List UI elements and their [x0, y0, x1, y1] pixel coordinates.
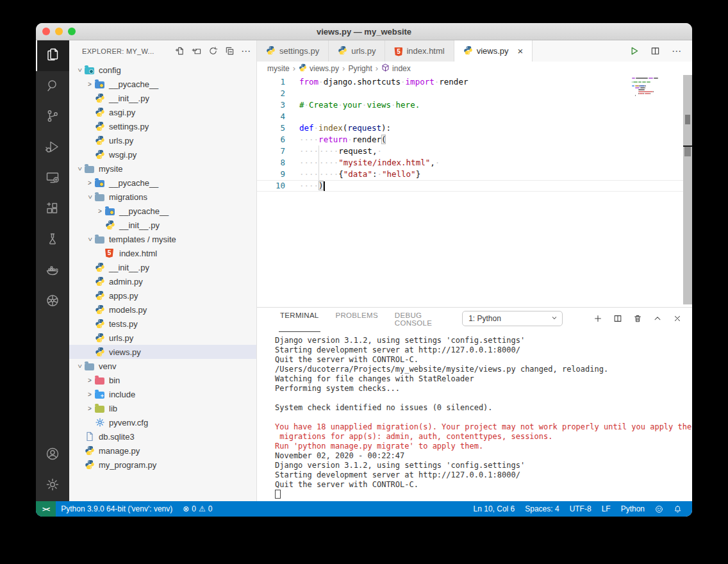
panel-tab-debug-console[interactable]: DEBUG CONSOLE — [393, 306, 448, 332]
tree-item[interactable]: urls.py — [69, 331, 256, 345]
code-line: 7········request,· — [257, 145, 692, 157]
tree-item-label: __pycache__ — [109, 178, 158, 188]
terminal-line: Quit the server with CONTROL-C. — [275, 480, 692, 490]
new-folder-icon[interactable] — [191, 46, 201, 56]
status-item-remote-indicator[interactable]: >< — [36, 501, 56, 517]
status-bar-right: Ln 10, Col 6Spaces: 4UTF-8LFPython — [468, 501, 692, 517]
new-terminal-icon[interactable] — [593, 314, 602, 323]
breadcrumb-item[interactable]: Pyright — [348, 64, 372, 73]
chevron-right-icon: > — [85, 179, 95, 187]
tree-item[interactable]: >mysite — [69, 162, 256, 176]
status-item-eol[interactable]: LF — [597, 501, 616, 517]
close-panel-icon[interactable] — [673, 314, 682, 323]
breadcrumb-item[interactable]: views.py — [299, 63, 339, 74]
tree-item[interactable]: >venv — [69, 359, 256, 373]
tree-item[interactable]: >__pycache__ — [69, 176, 256, 190]
breadcrumb-separator: › — [376, 63, 378, 73]
more-actions-icon[interactable]: ⋯ — [672, 46, 682, 56]
status-item-python-interpreter[interactable]: Python 3.9.0 64-bit ('venv': venv) — [56, 501, 178, 517]
tree-item[interactable]: manage.py — [69, 444, 256, 458]
feedback-icon — [655, 505, 663, 513]
tree-item[interactable]: wsgi.py — [69, 147, 256, 162]
maximize-panel-icon[interactable] — [653, 314, 662, 323]
status-item-cursor-position[interactable]: Ln 10, Col 6 — [468, 501, 520, 517]
tree-item[interactable]: 5index.html — [69, 246, 256, 260]
tree-item[interactable]: apps.py — [69, 288, 256, 303]
tree-item[interactable]: >__pycache__ — [69, 204, 256, 218]
tree-item[interactable]: db.sqlite3 — [69, 429, 256, 444]
split-terminal-icon[interactable] — [613, 314, 622, 323]
editor-tab[interactable]: urls.py — [329, 40, 385, 62]
tree-item[interactable]: >__pycache__ — [69, 77, 256, 91]
tree-item[interactable]: >lib — [69, 401, 256, 415]
tree-item[interactable]: views.py — [69, 345, 256, 359]
tree-item[interactable]: __init__.py — [69, 218, 256, 232]
explorer-actions: ⋯ — [174, 46, 251, 56]
breadcrumb-item[interactable]: mysite — [267, 64, 290, 73]
status-item-notifications[interactable] — [668, 501, 687, 517]
status-item-language-mode[interactable]: Python — [616, 501, 650, 517]
tree-item[interactable]: asgi.py — [69, 105, 256, 119]
tree-item[interactable]: tests.py — [69, 317, 256, 331]
panel-tab-problems[interactable]: PROBLEMS — [335, 306, 379, 332]
scrollbar-thumb[interactable] — [685, 115, 690, 124]
python-icon — [95, 319, 109, 329]
activity-bar-item-account[interactable] — [36, 440, 69, 470]
code-editor[interactable]: 1from·django.shortcuts·import·render23#·… — [257, 75, 692, 307]
activity-bar-item-explorer[interactable] — [36, 40, 69, 71]
status-item-problems-summary[interactable]: ⊗0⚠0 — [178, 501, 217, 517]
terminal-output[interactable]: Django version 3.1.2, using settings 'co… — [257, 329, 692, 502]
activity-bar-item-settings-gear[interactable] — [36, 470, 69, 501]
minimap[interactable] — [632, 78, 681, 97]
tree-item[interactable]: __init__.py — [69, 91, 256, 105]
tree-item[interactable]: settings.py — [69, 119, 256, 133]
status-item-feedback[interactable] — [650, 501, 668, 517]
activity-bar-item-run-debug[interactable] — [36, 133, 69, 163]
tree-item[interactable]: my_program.py — [69, 458, 256, 472]
tree-item[interactable]: >migrations — [69, 190, 256, 204]
status-item-encoding[interactable]: UTF-8 — [565, 501, 597, 517]
breadcrumb-item[interactable]: index — [381, 63, 411, 74]
gear-file-icon — [95, 417, 109, 427]
editor-tab[interactable]: 5index.html — [385, 40, 454, 62]
python-icon — [85, 445, 99, 456]
editor-scrollbar[interactable] — [683, 75, 692, 304]
tree-item[interactable]: pyvenv.cfg — [69, 415, 256, 429]
editor-tab[interactable]: settings.py — [257, 40, 329, 62]
activity-bar-item-search[interactable] — [36, 71, 69, 102]
title-bar[interactable]: views.py — my_website — [36, 23, 692, 40]
window-title: views.py — my_website — [36, 27, 692, 37]
activity-bar-item-remote-explorer[interactable] — [36, 163, 69, 194]
run-icon[interactable] — [629, 46, 639, 56]
tree-item[interactable]: models.py — [69, 303, 256, 317]
tab-label: views.py — [477, 46, 509, 56]
terminal-selector-dropdown[interactable]: 1: Python — [462, 311, 563, 326]
tree-item[interactable]: >config — [69, 63, 256, 77]
tree-item[interactable]: __init__.py — [69, 260, 256, 274]
more-actions-icon[interactable]: ⋯ — [241, 46, 251, 56]
tree-item-label: models.py — [109, 305, 147, 315]
python-icon — [463, 46, 473, 57]
close-tab-icon[interactable]: × — [518, 46, 524, 56]
activity-bar-item-kubernetes[interactable] — [36, 286, 69, 317]
activity-bar — [36, 40, 69, 501]
new-file-icon[interactable] — [174, 46, 185, 56]
activity-bar-top — [36, 40, 69, 317]
collapse-all-icon[interactable] — [224, 46, 235, 56]
tree-item[interactable]: >templates / mysite — [69, 232, 256, 246]
tree-item[interactable]: >include — [69, 387, 256, 401]
editor-tab[interactable]: views.py× — [454, 40, 533, 62]
panel-tab-terminal[interactable]: TERMINAL — [279, 306, 320, 332]
kill-terminal-icon[interactable] — [633, 314, 642, 323]
folder-bin-icon — [95, 376, 109, 385]
tree-item[interactable]: urls.py — [69, 133, 256, 147]
refresh-icon[interactable] — [208, 46, 218, 56]
activity-bar-item-docker[interactable] — [36, 256, 69, 286]
activity-bar-item-test[interactable] — [36, 225, 69, 256]
tree-item[interactable]: admin.py — [69, 274, 256, 288]
status-item-indentation[interactable]: Spaces: 4 — [520, 501, 564, 517]
activity-bar-item-extensions[interactable] — [36, 194, 69, 225]
split-editor-icon[interactable] — [650, 46, 660, 56]
tree-item[interactable]: >bin — [69, 373, 256, 387]
activity-bar-item-source-control[interactable] — [36, 102, 69, 133]
